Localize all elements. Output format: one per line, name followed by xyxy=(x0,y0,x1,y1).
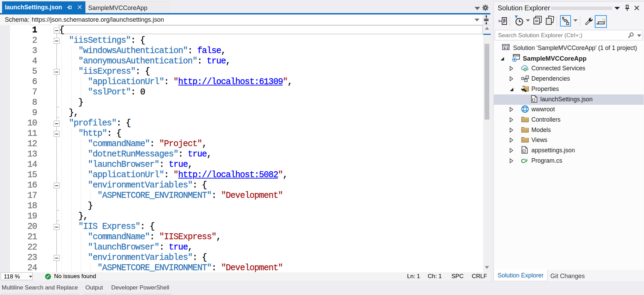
svg-text:#: # xyxy=(525,157,528,163)
svg-text:{}: {} xyxy=(532,98,536,102)
svg-text:{}: {} xyxy=(522,149,526,153)
